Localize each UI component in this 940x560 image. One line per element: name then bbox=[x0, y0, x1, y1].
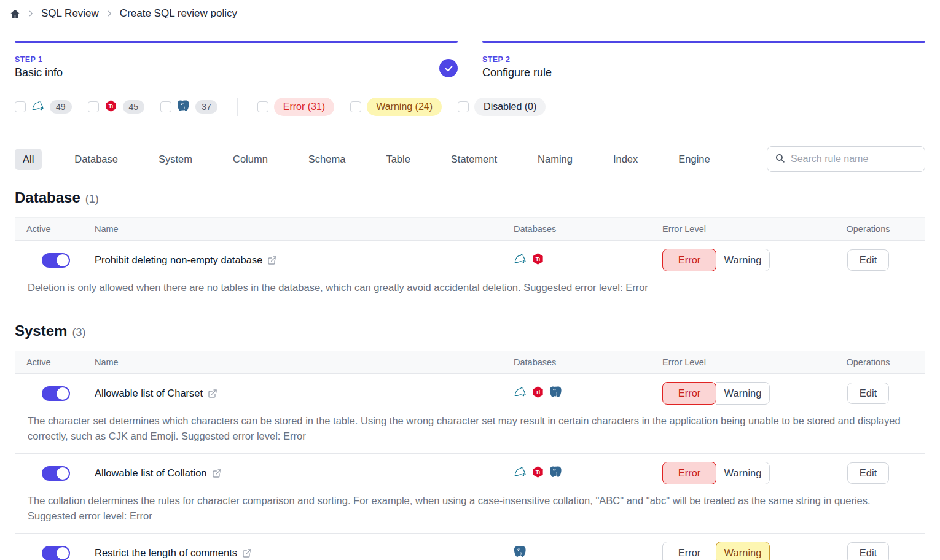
warning-filter-checkbox[interactable] bbox=[350, 101, 361, 112]
section-title: System bbox=[15, 322, 67, 340]
rule-engines: Ti bbox=[504, 465, 651, 481]
search-icon bbox=[775, 153, 785, 166]
svg-text:Ti: Ti bbox=[536, 256, 541, 262]
table-body: Allowable list of Charset Ti Error Warni… bbox=[15, 374, 925, 560]
error-filter-checkbox[interactable] bbox=[257, 101, 268, 112]
filter-disabled: Disabled (0) bbox=[458, 98, 546, 116]
section-count: (1) bbox=[85, 193, 99, 206]
mysql-icon bbox=[31, 104, 44, 114]
table-header-row: Active Name Databases Error Level Operat… bbox=[15, 217, 925, 241]
column-header-databases: Databases bbox=[504, 351, 651, 373]
tidb-icon-slot: Ti bbox=[104, 99, 117, 115]
filter-mysql: 49 bbox=[15, 99, 72, 115]
error-level-warning-button[interactable]: Warning bbox=[716, 542, 770, 560]
tab-all[interactable]: All bbox=[15, 149, 42, 170]
tab-schema[interactable]: Schema bbox=[300, 149, 354, 170]
create-sql-review-policy-page: SQL Review Create SQL review policy STEP… bbox=[0, 0, 940, 560]
column-header-databases: Databases bbox=[504, 218, 651, 240]
svg-text:Ti: Ti bbox=[108, 103, 113, 109]
external-link-icon[interactable] bbox=[212, 469, 222, 478]
table-header-row: Active Name Databases Error Level Operat… bbox=[15, 351, 925, 374]
tab-table[interactable]: Table bbox=[378, 149, 418, 170]
error-level-error-button[interactable]: Error bbox=[662, 249, 716, 271]
column-header-error-level: Error Level bbox=[651, 351, 811, 373]
step-1-title: Basic info bbox=[15, 66, 458, 79]
table-row: Restrict the length of comments Error Wa… bbox=[15, 534, 925, 560]
tab-naming[interactable]: Naming bbox=[530, 149, 581, 170]
search-input[interactable] bbox=[791, 154, 917, 165]
external-link-icon[interactable] bbox=[242, 548, 252, 558]
search-box[interactable] bbox=[767, 146, 925, 172]
postgres-icon bbox=[514, 545, 527, 560]
external-link-icon[interactable] bbox=[267, 255, 277, 265]
tidb-icon: Ti bbox=[531, 386, 544, 401]
tab-database[interactable]: Database bbox=[66, 149, 126, 170]
mysql-icon-slot bbox=[31, 99, 44, 115]
active-toggle[interactable] bbox=[42, 546, 70, 560]
toggle-knob bbox=[57, 467, 69, 480]
disabled-filter-checkbox[interactable] bbox=[458, 101, 469, 112]
tidb-filter-checkbox[interactable] bbox=[88, 101, 99, 112]
rule-block: Restrict the length of comments Error Wa… bbox=[15, 533, 925, 560]
column-header-active: Active bbox=[15, 351, 95, 373]
warning-filter-pill: Warning (24) bbox=[367, 98, 442, 116]
rule-block: Allowable list of Collation Ti Error War… bbox=[15, 453, 925, 533]
tab-index[interactable]: Index bbox=[605, 149, 646, 170]
edit-button[interactable]: Edit bbox=[847, 383, 889, 404]
edit-button[interactable]: Edit bbox=[847, 462, 889, 484]
edit-button[interactable]: Edit bbox=[847, 542, 889, 560]
home-icon[interactable] bbox=[10, 9, 20, 19]
error-level-warning-button[interactable]: Warning bbox=[716, 462, 770, 484]
mysql-filter-checkbox[interactable] bbox=[15, 101, 26, 112]
active-toggle[interactable] bbox=[42, 253, 70, 268]
error-filter-pill: Error (31) bbox=[274, 98, 334, 116]
disabled-filter-pill: Disabled (0) bbox=[474, 98, 546, 116]
tab-system[interactable]: System bbox=[151, 149, 200, 170]
step-2[interactable]: STEP 2 Configure rule bbox=[482, 41, 925, 79]
error-level-warning-button[interactable]: Warning bbox=[716, 249, 770, 271]
tidb-icon: Ti bbox=[531, 465, 544, 481]
step-indicator: STEP 1 Basic info STEP 2 Configure rule bbox=[15, 41, 925, 79]
rule-table: Active Name Databases Error Level Operat… bbox=[15, 217, 925, 305]
filter-bar: 49 Ti 45 37 Error (31) Warning (24) Disa… bbox=[15, 98, 925, 116]
rule-section: Database (1) Active Name Databases Error… bbox=[15, 189, 925, 305]
tab-statement[interactable]: Statement bbox=[443, 149, 505, 170]
category-tabs: AllDatabaseSystemColumnSchemaTableStatem… bbox=[15, 149, 767, 170]
breadcrumb-current-page: Create SQL review policy bbox=[120, 7, 237, 20]
filter-postgres: 37 bbox=[160, 99, 217, 115]
rule-description: Deletion is only allowed when there are … bbox=[15, 279, 925, 305]
postgres-icon bbox=[177, 104, 190, 114]
error-level-warning-button[interactable]: Warning bbox=[716, 382, 770, 405]
rule-block: Allowable list of Charset Ti Error Warni… bbox=[15, 374, 925, 453]
section-divider bbox=[15, 130, 925, 130]
error-level-control: Error Warning bbox=[651, 382, 811, 405]
active-toggle[interactable] bbox=[42, 386, 70, 401]
rule-description: The character set determines which chara… bbox=[15, 412, 925, 453]
external-link-icon[interactable] bbox=[208, 389, 217, 399]
mysql-icon bbox=[514, 386, 527, 401]
rule-name: Allowable list of Collation bbox=[95, 467, 207, 479]
table-row: Allowable list of Collation Ti Error War… bbox=[15, 454, 925, 492]
category-tabs-row: AllDatabaseSystemColumnSchemaTableStatem… bbox=[15, 146, 925, 172]
edit-button[interactable]: Edit bbox=[847, 249, 889, 271]
active-toggle[interactable] bbox=[42, 466, 70, 481]
error-level-error-button[interactable]: Error bbox=[662, 382, 716, 405]
postgres-filter-checkbox[interactable] bbox=[160, 101, 171, 112]
tab-engine[interactable]: Engine bbox=[670, 149, 718, 170]
step-2-label: STEP 2 bbox=[482, 55, 925, 64]
error-level-error-button[interactable]: Error bbox=[662, 542, 716, 560]
rule-name: Prohibit deleting non-empty database bbox=[95, 254, 262, 266]
postgres-icon bbox=[549, 386, 562, 401]
rule-block: Prohibit deleting non-empty database Ti … bbox=[15, 241, 925, 305]
error-level-error-button[interactable]: Error bbox=[662, 462, 716, 484]
table-row: Prohibit deleting non-empty database Ti … bbox=[15, 241, 925, 279]
step-1-progress-bar bbox=[15, 41, 458, 43]
breadcrumb-sql-review[interactable]: SQL Review bbox=[41, 7, 99, 20]
section-title: Database bbox=[15, 189, 80, 206]
column-header-name: Name bbox=[95, 351, 504, 373]
tab-column[interactable]: Column bbox=[225, 149, 276, 170]
column-header-operations: Operations bbox=[811, 218, 925, 240]
svg-text:Ti: Ti bbox=[536, 469, 541, 475]
toggle-knob bbox=[57, 547, 69, 559]
step-1[interactable]: STEP 1 Basic info bbox=[15, 41, 458, 79]
